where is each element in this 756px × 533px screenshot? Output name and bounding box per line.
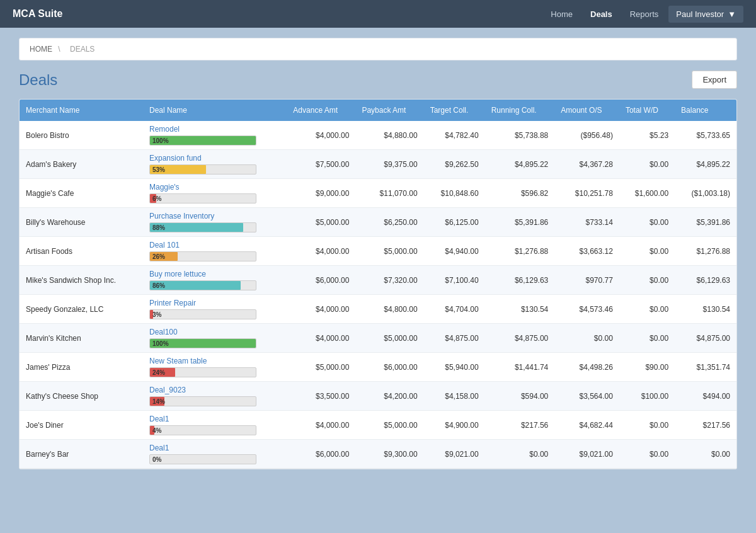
merchant-name-cell: Joe's Diner [20, 411, 143, 440]
deal-name-link[interactable]: Deal100 [149, 328, 280, 336]
nav-deals[interactable]: Deals [583, 6, 620, 23]
running_coll-cell: $1,276.88 [485, 237, 555, 266]
progress-label: 88% [152, 223, 165, 232]
nav-user-menu[interactable]: Paul Investor ▼ [668, 6, 743, 23]
nav-home[interactable]: Home [543, 6, 580, 23]
col-amount-os: Amount O/S [554, 100, 619, 121]
deal-name-cell: Deal14% [143, 411, 287, 440]
deal-name-cell: Remodel100% [143, 121, 287, 150]
running_coll-cell: $596.82 [485, 179, 555, 208]
target_coll-cell: $5,940.00 [424, 353, 485, 382]
merchant-name-cell: James' Pizza [20, 353, 143, 382]
balance-cell: $5,391.86 [675, 208, 736, 237]
progress-label: 24% [152, 368, 165, 377]
deal-name-link[interactable]: Deal1 [149, 444, 280, 452]
breadcrumb-home[interactable]: HOME [30, 45, 52, 54]
table-row: James' PizzaNew Steam table24%$5,000.00$… [20, 353, 736, 382]
navigation: MCA Suite Home Deals Reports Paul Invest… [0, 0, 756, 28]
nav-reports[interactable]: Reports [622, 6, 667, 23]
deal-name-cell: Deal_902314% [143, 382, 287, 411]
progress-label: 6% [152, 194, 161, 203]
merchant-name-cell: Marvin's Kitchen [20, 324, 143, 353]
deal-name-link[interactable]: Remodel [149, 125, 280, 134]
total_wd-cell: $0.00 [619, 208, 675, 237]
target_coll-cell: $10,848.60 [424, 179, 485, 208]
amount_os-cell: $4,573.46 [554, 295, 619, 324]
progress-bar-container: 4% [149, 425, 256, 435]
target_coll-cell: $4,704.00 [424, 295, 485, 324]
payback-cell: $6,250.00 [355, 208, 423, 237]
deal-name-link[interactable]: Buy more lettuce [149, 270, 280, 278]
chevron-down-icon: ▼ [728, 9, 736, 19]
progress-label: 4% [152, 426, 161, 435]
progress-bar-container: 100% [149, 338, 256, 348]
balance-cell: $5,733.65 [675, 121, 736, 150]
deal-name-link[interactable]: Expansion fund [149, 154, 280, 163]
amount_os-cell: $970.77 [554, 266, 619, 295]
target_coll-cell: $4,940.00 [424, 237, 485, 266]
amount_os-cell: $4,367.28 [554, 150, 619, 179]
deal-name-link[interactable]: New Steam table [149, 357, 280, 365]
progress-label: 3% [152, 310, 161, 319]
target_coll-cell: $6,125.00 [424, 208, 485, 237]
progress-label: 14% [152, 397, 165, 406]
nav-user-label: Paul Investor [676, 9, 724, 19]
deal-name-link[interactable]: Deal1 [149, 415, 280, 423]
total_wd-cell: $0.00 [619, 411, 675, 440]
deal-name-cell: Purchase Inventory88% [143, 208, 287, 237]
amount_os-cell: $3,564.00 [554, 382, 619, 411]
balance-cell: $1,276.88 [675, 237, 736, 266]
advance-cell: $4,000.00 [287, 295, 355, 324]
progress-bar-container: 100% [149, 135, 256, 146]
deal-name-link[interactable]: Deal_9023 [149, 386, 280, 394]
deals-table-container: Merchant Name Deal Name Advance Amt Payb… [19, 99, 737, 469]
total_wd-cell: $90.00 [619, 353, 675, 382]
payback-cell: $11,070.00 [355, 179, 423, 208]
deal-name-cell: Deal10% [143, 440, 287, 469]
advance-cell: $9,000.00 [287, 179, 355, 208]
merchant-name-cell: Artisan Foods [20, 237, 143, 266]
progress-bar-container: 6% [149, 193, 256, 203]
content-wrapper: HOME \ DEALS Deals Export Merchant Name … [0, 28, 756, 479]
deal-name-link[interactable]: Maggie's [149, 183, 280, 192]
table-row: Adam's BakeryExpansion fund53%$7,500.00$… [20, 150, 736, 179]
table-row: Joe's DinerDeal14%$4,000.00$5,000.00$4,9… [20, 411, 736, 440]
amount_os-cell: ($956.48) [554, 121, 619, 150]
balance-cell: $1,351.74 [675, 353, 736, 382]
balance-cell: $6,129.63 [675, 266, 736, 295]
table-row: Maggie's CafeMaggie's6%$9,000.00$11,070.… [20, 179, 736, 208]
advance-cell: $4,000.00 [287, 121, 355, 150]
deal-name-link[interactable]: Printer Repair [149, 299, 280, 307]
total_wd-cell: $0.00 [619, 266, 675, 295]
amount_os-cell: $0.00 [554, 324, 619, 353]
progress-bar-container: 86% [149, 280, 256, 290]
running_coll-cell: $130.54 [485, 295, 555, 324]
target_coll-cell: $4,900.00 [424, 411, 485, 440]
nav-links: Home Deals Reports Paul Investor ▼ [543, 6, 743, 23]
merchant-name-cell: Kathy's Cheese Shop [20, 382, 143, 411]
progress-label: 26% [152, 252, 165, 261]
merchant-name-cell: Maggie's Cafe [20, 179, 143, 208]
export-button[interactable]: Export [692, 71, 737, 89]
deal-name-link[interactable]: Purchase Inventory [149, 212, 280, 221]
progress-bar-container: 0% [149, 454, 256, 464]
table-row: Marvin's KitchenDeal100100%$4,000.00$5,0… [20, 324, 736, 353]
deal-name-cell: Deal100100% [143, 324, 287, 353]
col-merchant-name: Merchant Name [20, 100, 143, 121]
deal-name-link[interactable]: Deal 101 [149, 241, 280, 249]
breadcrumb-separator: \ [58, 45, 62, 54]
advance-cell: $3,500.00 [287, 382, 355, 411]
total_wd-cell: $0.00 [619, 237, 675, 266]
amount_os-cell: $10,251.78 [554, 179, 619, 208]
deal-name-cell: Maggie's6% [143, 179, 287, 208]
target_coll-cell: $4,782.40 [424, 121, 485, 150]
total_wd-cell: $0.00 [619, 440, 675, 469]
payback-cell: $5,000.00 [355, 324, 423, 353]
col-running-coll: Running Coll. [485, 100, 555, 121]
col-payback-amt: Payback Amt [355, 100, 423, 121]
advance-cell: $6,000.00 [287, 440, 355, 469]
running_coll-cell: $594.00 [485, 382, 555, 411]
advance-cell: $6,000.00 [287, 266, 355, 295]
breadcrumb-current: DEALS [70, 45, 94, 54]
advance-cell: $4,000.00 [287, 411, 355, 440]
